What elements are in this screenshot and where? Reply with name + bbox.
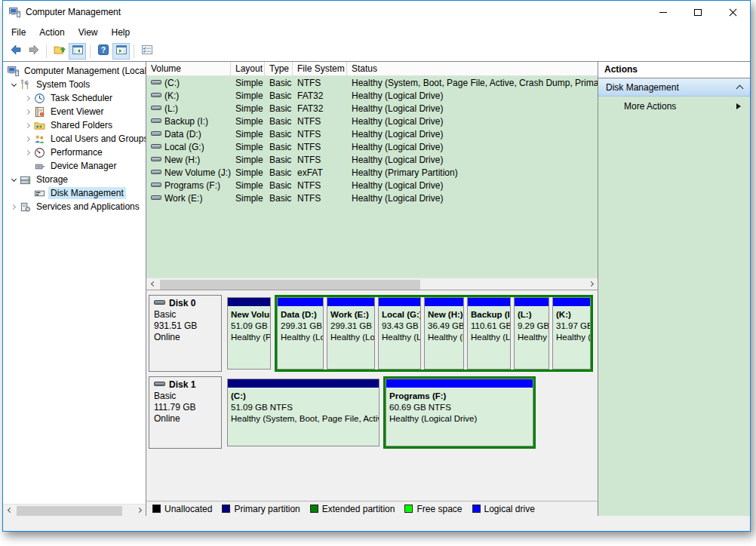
partition-l[interactable]: (L:)9.29 GB FAT32Healthy (Logical Drive) <box>514 297 549 370</box>
volume-scroll-thumb[interactable] <box>160 280 420 290</box>
tree-horizontal-scrollbar[interactable] <box>3 504 146 516</box>
maximize-button[interactable] <box>681 1 715 23</box>
show-console-tree-button[interactable] <box>69 43 86 60</box>
forward-button[interactable] <box>25 43 42 60</box>
tree-scroll-thumb[interactable] <box>17 506 122 516</box>
partition-local-g[interactable]: Local (G:)93.43 GB NTFSHealthy (Logical … <box>378 297 421 370</box>
volume-icon <box>151 90 161 101</box>
volume-list-horizontal-scrollbar[interactable] <box>146 278 598 290</box>
sidebar-item-system-tools[interactable]: System Tools <box>3 78 146 91</box>
partition-k[interactable]: (K:)31.97 GB FAT32Healthy (Logical Drive… <box>552 297 591 370</box>
scroll-right-icon[interactable] <box>134 508 146 512</box>
cell-type: Basic <box>265 167 293 178</box>
volume-row-work-e[interactable]: Work (E:)SimpleBasicNTFSHealthy (Logical… <box>146 192 598 204</box>
cell-file-system: NTFS <box>293 129 347 140</box>
sidebar-item-computer-management-local[interactable]: Computer Management (Local) <box>3 64 146 78</box>
volume-row-local-g[interactable]: Local (G:)SimpleBasicNTFSHealthy (Logica… <box>146 140 598 153</box>
disk-management-panel: VolumeLayoutTypeFile SystemStatus (C:)Si… <box>146 62 598 516</box>
menu-item-help[interactable]: Help <box>105 24 137 41</box>
menu-item-view[interactable]: View <box>72 24 105 41</box>
volume-scroll-track[interactable] <box>158 278 585 290</box>
column-header-type[interactable]: Type <box>265 62 293 75</box>
help-button[interactable]: ? <box>94 43 112 60</box>
up-level-button[interactable] <box>51 43 68 60</box>
console-tree-icon <box>72 44 84 58</box>
close-button[interactable] <box>715 1 750 23</box>
actions-section-label: Disk Management <box>606 82 679 93</box>
back-button[interactable] <box>7 43 24 60</box>
volume-row-l[interactable]: (L:)SimpleBasicFAT32Healthy (Logical Dri… <box>146 102 598 115</box>
partition-new-h[interactable]: New (H:)36.49 GB NTFSHealthy (Logical Dr… <box>424 297 464 370</box>
cell-file-system: FAT32 <box>293 103 347 114</box>
scroll-left-icon[interactable] <box>3 508 15 512</box>
event-viewer-icon <box>34 106 46 118</box>
disk-management-icon <box>34 188 46 199</box>
volume-row-c[interactable]: (C:)SimpleBasicNTFSHealthy (System, Boot… <box>146 76 598 89</box>
tree-scroll-track[interactable] <box>15 505 134 516</box>
sidebar-item-event-viewer[interactable]: Event Viewer <box>3 105 146 118</box>
cell-volume: Data (D:) <box>146 129 231 140</box>
chevron-right-icon[interactable] <box>22 137 34 141</box>
minimize-button[interactable] <box>646 1 681 23</box>
chevron-down-icon[interactable] <box>8 179 20 181</box>
actions-section-disk-management[interactable]: Disk Management <box>598 78 750 97</box>
volume-row-programs-f[interactable]: Programs (F:)SimpleBasicNTFSHealthy (Log… <box>146 179 598 192</box>
show-action-pane-button[interactable] <box>112 43 130 60</box>
partition-c[interactable]: (C:)51.09 GB NTFSHealthy (System, Boot, … <box>227 379 380 446</box>
volume-row-new-h[interactable]: New (H:)SimpleBasicNTFSHealthy (Logical … <box>146 153 598 166</box>
scroll-left-icon[interactable] <box>146 282 158 286</box>
partition-work-e[interactable]: Work (E:)299.31 GB NTFSHealthy (Logical … <box>327 297 375 370</box>
disk-info-disk-1[interactable]: Disk 1Basic111.79 GBOnline <box>149 376 222 449</box>
collapse-section-icon[interactable] <box>736 85 744 93</box>
disk-meta: Online <box>154 413 217 425</box>
disk-info-disk-0[interactable]: Disk 0Basic931.51 GBOnline <box>149 295 222 372</box>
sidebar-item-label: Shared Folders <box>48 119 115 131</box>
chevron-right-icon[interactable] <box>22 110 34 114</box>
sidebar-item-services-and-applications[interactable]: Services and Applications <box>3 200 146 213</box>
column-header-status[interactable]: Status <box>347 62 598 75</box>
menu-item-action[interactable]: Action <box>32 24 71 41</box>
properties-button[interactable] <box>138 43 155 60</box>
menu-item-file[interactable]: File <box>5 24 32 41</box>
cell-file-system: FAT32 <box>293 90 347 101</box>
sidebar-item-disk-management[interactable]: Disk Management <box>3 186 146 200</box>
sidebar-item-shared-folders[interactable]: Shared Folders <box>3 118 146 132</box>
sidebar-item-local-users-and-groups[interactable]: Local Users and Groups <box>3 132 146 146</box>
sidebar-item-storage[interactable]: Storage <box>3 173 146 186</box>
volume-row-new-volume-j[interactable]: New Volume (J:)SimpleBasicexFATHealthy (… <box>146 166 598 179</box>
partition-data-d[interactable]: Data (D:)299.31 GB NTFSHealthy (Logical … <box>277 297 324 370</box>
logical-partition-strip <box>515 298 549 307</box>
action-pane-icon <box>115 44 128 58</box>
cell-status: Healthy (Logical Drive) <box>347 193 598 204</box>
partition-new-volume[interactable]: New Volume51.09 GB exFATHealthy (Primary… <box>227 297 271 370</box>
cell-layout: Simple <box>231 155 265 165</box>
partition-backup-i[interactable]: Backup (I:)110.61 GB NTFSHealthy (Logica… <box>467 297 511 370</box>
partition-details: Work (E:)299.31 GB NTFSHealthy (Logical … <box>327 307 374 343</box>
cell-volume: Backup (I:) <box>146 116 231 127</box>
scroll-right-icon[interactable] <box>585 282 598 286</box>
column-header-layout[interactable]: Layout <box>231 62 265 75</box>
system-tools-icon <box>20 79 32 90</box>
legend-label: Free space <box>416 504 462 514</box>
chevron-right-icon[interactable] <box>22 124 34 127</box>
partition-details: Data (D:)299.31 GB NTFSHealthy (Logical … <box>278 307 323 343</box>
legend-item-free-space: Free space <box>404 504 462 514</box>
column-header-file-system[interactable]: File System <box>293 62 347 75</box>
sidebar-item-task-scheduler[interactable]: Task Scheduler <box>3 91 146 105</box>
legend-swatch <box>404 505 413 513</box>
partition-programs-f[interactable]: Programs (F:)60.69 GB NTFSHealthy (Logic… <box>386 379 533 446</box>
column-header-volume[interactable]: Volume <box>146 62 231 75</box>
chevron-right-icon[interactable] <box>22 151 34 155</box>
cell-status: Healthy (Logical Drive) <box>347 116 598 127</box>
volume-row-data-d[interactable]: Data (D:)SimpleBasicNTFSHealthy (Logical… <box>146 127 598 140</box>
volume-row-backup-i[interactable]: Backup (I:)SimpleBasicNTFSHealthy (Logic… <box>146 115 598 127</box>
more-actions-item[interactable]: More Actions <box>598 97 750 116</box>
volume-icon <box>151 142 161 152</box>
volume-row-k[interactable]: (K:)SimpleBasicFAT32Healthy (Logical Dri… <box>146 89 598 102</box>
chevron-right-icon[interactable] <box>22 97 34 100</box>
chevron-down-icon[interactable] <box>8 84 20 86</box>
chevron-right-icon[interactable] <box>8 205 20 209</box>
sidebar-item-performance[interactable]: Performance <box>3 146 146 159</box>
sidebar-item-device-manager[interactable]: Device Manager <box>3 159 146 173</box>
legend-label: Extended partition <box>322 504 395 514</box>
